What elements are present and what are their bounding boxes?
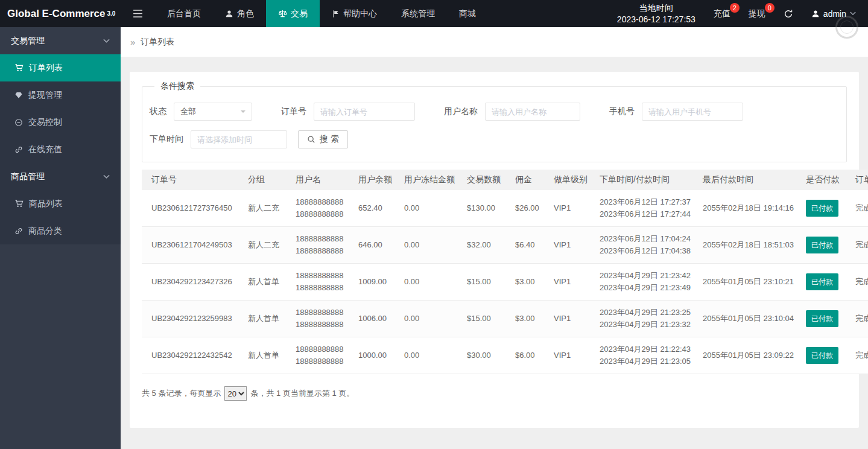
table-row: UB2304292122432542 新人首单 18888888888 1888… (142, 337, 868, 374)
username-input[interactable] (485, 103, 580, 121)
cell-paid: 已付款 (801, 190, 851, 227)
sidebar-item-trade-control[interactable]: 交易控制 (0, 109, 121, 136)
order-no-input[interactable] (314, 103, 415, 121)
nav-item-label: 后台首页 (167, 8, 201, 19)
cell-level: VIP1 (549, 227, 595, 264)
cart-icon (14, 199, 24, 208)
app-logo: Global E-Commerce 3.0 (0, 0, 121, 27)
circle-dash-icon (14, 118, 23, 127)
phone-label: 手机号 (609, 106, 635, 117)
withdraw-button[interactable]: 提现 0 (749, 8, 765, 19)
cell-frozen: 0.00 (399, 301, 462, 337)
cell-balance: 1006.00 (353, 301, 399, 337)
nav-item-home[interactable]: 后台首页 (155, 0, 213, 27)
pay-time: 2023年04月29日 21:23:32 (600, 319, 693, 331)
pay-time: 2023年06月12日 17:27:44 (600, 208, 693, 220)
cell-status: 完成付款 (851, 227, 868, 264)
cell-status: 完成付款 (851, 190, 868, 227)
cell-amount: $30.00 (462, 337, 510, 374)
cell-paid: 已付款 (801, 301, 851, 337)
sidebar-toggle-button[interactable] (121, 0, 155, 27)
nav-item-label: 商城 (459, 8, 476, 19)
nav-item-mall[interactable]: 商城 (447, 0, 488, 27)
paid-badge: 已付款 (806, 310, 838, 327)
paid-badge: 已付款 (806, 347, 838, 364)
cell-level: VIP1 (549, 301, 595, 337)
sidebar-item-withdraw-management[interactable]: 提现管理 (0, 81, 121, 109)
sidebar-group-trade-management[interactable]: 交易管理 (0, 27, 121, 54)
order-list-card: 条件搜索 状态 全部 订单号 用户名称 (130, 72, 859, 428)
app-name: Global E-Commerce (7, 8, 106, 20)
sidebar-item-order-list[interactable]: 订单列表 (0, 54, 121, 81)
sidebar-group-label: 交易管理 (11, 36, 45, 46)
sidebar-item-label: 商品分类 (28, 226, 62, 237)
cell-username: 18888888888 18888888888 (291, 337, 353, 374)
order-time-input[interactable] (191, 130, 287, 148)
col-order-pay-time: 下单时间/付款时间 (595, 170, 698, 190)
cell-username: 18888888888 18888888888 (291, 227, 353, 264)
sidebar: 交易管理 订单列表 提现管理 交易控制 在线充值 商品管理 商品列表 商品分类 (0, 27, 121, 449)
phone-input[interactable] (642, 103, 743, 121)
account-line: 18888888888 (296, 233, 349, 245)
account-line: 18888888888 (296, 307, 349, 319)
table-row: UB2306121704249503 新人二充 18888888888 1888… (142, 227, 868, 264)
col-username: 用户名 (291, 170, 353, 190)
cell-status: 完成付款 (851, 301, 868, 337)
cell-times: 2023年04月29日 21:23:25 2023年04月29日 21:23:3… (595, 301, 698, 337)
search-button[interactable]: 搜 索 (298, 130, 348, 148)
pay-time: 2023年06月12日 17:04:38 (600, 245, 693, 257)
search-button-label: 搜 索 (320, 134, 339, 145)
sidebar-item-product-list[interactable]: 商品列表 (0, 190, 121, 217)
local-time-value: 2023-06-12 17:27:53 (617, 14, 695, 25)
account-line: 18888888888 (296, 270, 349, 282)
recharge-label: 充值 (714, 8, 730, 18)
page-size-select[interactable]: 20 (224, 386, 247, 401)
nav-item-roles[interactable]: 角色 (213, 0, 266, 27)
cell-frozen: 0.00 (399, 227, 462, 264)
table-row: UB2304292123259983 新人首单 18888888888 1888… (142, 301, 868, 337)
diamond-icon (14, 91, 23, 99)
cell-commission: $26.00 (510, 190, 549, 227)
cell-paid: 已付款 (801, 264, 851, 301)
paid-badge: 已付款 (806, 273, 838, 290)
col-amount: 交易数额 (462, 170, 510, 190)
sidebar-item-online-recharge[interactable]: 在线充值 (0, 136, 121, 163)
col-status: 订单状态 (851, 170, 868, 190)
account-line: 18888888888 (296, 208, 349, 220)
paid-badge: 已付款 (806, 237, 838, 253)
cell-username: 18888888888 18888888888 (291, 264, 353, 301)
cell-times: 2023年04月29日 21:23:42 2023年04月29日 21:23:4… (595, 264, 698, 301)
order-time: 2023年06月12日 17:27:37 (600, 196, 693, 208)
col-frozen: 用户冻结金额 (399, 170, 462, 190)
cell-amount: $32.00 (462, 227, 510, 264)
cell-frozen: 0.00 (399, 190, 462, 227)
sidebar-item-product-category[interactable]: 商品分类 (0, 217, 121, 244)
refresh-button[interactable] (784, 9, 793, 19)
user-icon (811, 10, 820, 18)
account-line: 18888888888 (296, 196, 349, 208)
sidebar-group-product-management[interactable]: 商品管理 (0, 163, 121, 190)
recharge-button[interactable]: 充值 2 (714, 8, 730, 19)
nav-item-help-center[interactable]: 帮助中心 (320, 0, 389, 27)
breadcrumb-current: 订单列表 (141, 37, 174, 48)
topbar: Global E-Commerce 3.0 后台首页 角色 交易 帮助中心 系统… (0, 0, 868, 27)
cell-level: VIP1 (549, 190, 595, 227)
nav-item-system[interactable]: 系统管理 (389, 0, 447, 27)
nav-item-trade[interactable]: 交易 (266, 0, 320, 27)
order-time: 2023年04月29日 21:23:25 (600, 307, 693, 319)
cell-frozen: 0.00 (399, 264, 462, 301)
cell-times: 2023年04月29日 21:22:43 2023年04月29日 21:23:0… (595, 337, 698, 374)
nav-item-label: 系统管理 (401, 8, 435, 19)
cell-commission: $3.00 (510, 264, 549, 301)
cell-last-pay-time: 2055年01月05日 23:10:21 (698, 264, 801, 301)
pay-time: 2023年04月29日 21:23:05 (600, 355, 693, 368)
status-select[interactable]: 全部 (174, 103, 252, 121)
table-row: UB2306121727376450 新人二充 18888888888 1888… (142, 190, 868, 227)
cell-paid: 已付款 (801, 227, 851, 264)
cell-status: 完成付款 (851, 264, 868, 301)
cell-username: 18888888888 18888888888 (291, 301, 353, 337)
cell-balance: 1009.00 (353, 264, 399, 301)
flag-icon (332, 10, 340, 18)
cell-amount: $15.00 (462, 264, 510, 301)
sidebar-item-label: 订单列表 (29, 63, 63, 74)
